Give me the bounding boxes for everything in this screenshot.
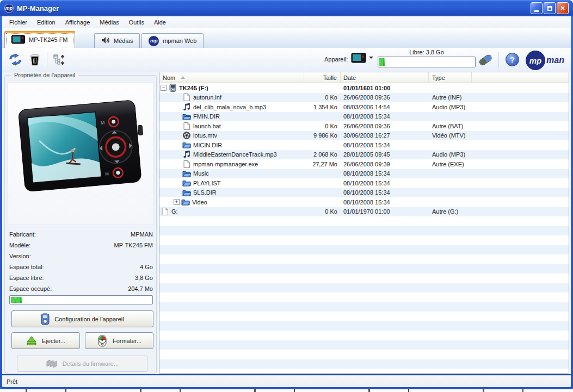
tab-label: mpman Web	[163, 38, 196, 44]
maximize-icon	[547, 6, 552, 11]
file-name: FMIN.DIR	[193, 113, 220, 120]
file-date: 08/10/2008 15:34	[341, 189, 429, 196]
table-row-empty	[159, 359, 569, 369]
free-space-fill	[379, 58, 385, 66]
table-row-music[interactable]: Music08/10/2008 15:34	[159, 169, 569, 179]
file-date: 01/01/1601 01:00	[341, 85, 429, 91]
mp-logo-icon: mp	[149, 36, 159, 46]
close-icon: ✕	[560, 5, 565, 12]
free-space-indicator: Libre: 3,8 Go	[378, 49, 476, 67]
firmware-details-button[interactable]: Details du firmware...	[17, 356, 147, 372]
tab-mpman-web[interactable]: mpmpman Web	[141, 33, 204, 48]
device-selector-dropdown[interactable]	[351, 52, 373, 63]
close-button[interactable]: ✕	[557, 2, 569, 14]
file-type: Audio (MP3)	[429, 104, 516, 110]
table-row-video[interactable]: +Video08/10/2008 15:34	[159, 197, 569, 207]
usage-bar	[9, 295, 153, 304]
expand-icon[interactable]: +	[174, 199, 180, 205]
column-header-date[interactable]: Date	[341, 72, 429, 83]
property-value: 4 Go	[140, 264, 153, 270]
column-name-label: Nom	[163, 74, 175, 81]
speaker-icon	[101, 36, 110, 46]
desktop-background-strip	[0, 389, 573, 392]
gauge-icon	[97, 335, 108, 347]
window-frame: mp MP-Manager ✕ FichierEditionAffichageM…	[0, 0, 573, 389]
table-row-tk245-f[interactable]: −TK245 (F:)01/01/1601 01:00	[159, 83, 569, 93]
delete-button[interactable]	[26, 51, 44, 69]
eject-button[interactable]: Ejecter...	[11, 332, 80, 349]
file-icon	[182, 94, 191, 101]
expand-tree-button[interactable]	[50, 51, 67, 69]
table-row-playlist[interactable]: PLAYLIST08/10/2008 15:34	[159, 178, 569, 188]
table-row-empty	[159, 312, 569, 321]
film-icon	[182, 132, 191, 139]
help-button[interactable]: ?	[506, 53, 519, 66]
file-name-cell: PLAYLIST	[159, 179, 304, 186]
table-row-mpman-mpmanager-exe[interactable]: mpman-mpmanager.exe27,27 Mo26/06/2008 09…	[159, 159, 569, 169]
device-photo-box: M M	[8, 83, 153, 225]
brand-man-text: man	[546, 55, 564, 65]
property-row-espace-occup: Espace occupé:204,7 Mo	[9, 283, 153, 294]
file-name-cell: mpman-mpmanager.exe	[159, 160, 304, 168]
menu-item-affichage[interactable]: Affichage	[60, 17, 95, 27]
device-properties-panel: Propriétés de l'appareil	[4, 75, 157, 374]
file-date: 01/01/1970 01:00	[341, 208, 429, 215]
format-clean-button[interactable]	[477, 51, 494, 69]
file-size: 9 986 Ko	[304, 132, 341, 139]
main-content: Propriétés de l'appareil	[2, 72, 571, 374]
configure-device-label: Configuration de l'appareil	[54, 316, 124, 322]
maximize-button[interactable]	[544, 2, 556, 14]
title-bar[interactable]: mp MP-Manager ✕	[0, 0, 573, 16]
file-type: Audio (MP3)	[429, 151, 516, 158]
file-type: Autre (G:)	[429, 208, 516, 215]
status-text: Prêt	[7, 378, 17, 385]
file-size: 2 068 Ko	[304, 151, 341, 158]
file-name: SLS.DIR	[193, 189, 217, 196]
table-row-autorun-inf[interactable]: autorun.inf0 Ko26/06/2008 09:36Autre (IN…	[159, 93, 569, 103]
column-header-name[interactable]: Nom	[159, 72, 304, 83]
table-row-g[interactable]: G:0 Ko01/01/1970 01:00Autre (G:)	[159, 207, 569, 217]
file-date: 26/06/2008 09:36	[341, 94, 429, 101]
table-row-empty	[159, 321, 569, 331]
file-icon	[182, 122, 191, 130]
table-row-sls-dir[interactable]: SLS.DIR08/10/2008 15:34	[159, 188, 569, 198]
table-row-middleeasterndancetrack-mp3[interactable]: MiddleEasternDanceTrack.mp32 068 Ko28/01…	[159, 150, 569, 160]
file-type: Autre (EXE)	[429, 161, 516, 167]
device-properties-list: Fabricant:MPMANModèle:MP-TK245 FMVersion…	[9, 229, 153, 294]
refresh-button[interactable]	[7, 51, 24, 69]
file-date: 30/06/2008 16:27	[341, 132, 429, 139]
collapse-icon[interactable]: −	[161, 85, 167, 91]
file-date: 08/10/2008 15:34	[341, 113, 429, 120]
menu-item-fichier[interactable]: Fichier	[4, 17, 32, 27]
device-icon	[168, 84, 177, 92]
menu-item-aide[interactable]: Aide	[149, 17, 171, 27]
property-row-fabricant: Fabricant:MPMAN	[9, 229, 153, 240]
column-type-label: Type	[432, 74, 445, 81]
file-name: MICIN.DIR	[193, 142, 222, 148]
table-row-empty	[159, 340, 569, 350]
table-row-empty	[159, 254, 569, 264]
table-row-micin-dir[interactable]: MICIN.DIR08/10/2008 15:34	[159, 140, 569, 150]
configure-device-button[interactable]: Configuration de l'appareil	[11, 310, 153, 327]
table-row-fmin-dir[interactable]: FMIN.DIR08/10/2008 15:34	[159, 112, 569, 122]
table-row-lotus-mtv[interactable]: lotus.mtv9 986 Ko30/06/2008 16:27Vidéo (…	[159, 131, 569, 141]
folder-icon	[182, 113, 191, 120]
menu-item-m-dias[interactable]: Médias	[95, 17, 124, 27]
tab-m-dias[interactable]: Médias	[94, 33, 140, 48]
column-header-size[interactable]: Taille	[304, 72, 341, 83]
format-button[interactable]: Formater...	[85, 332, 153, 349]
tab-mp-tk245-fm[interactable]: MP-TK245 FM	[4, 31, 75, 48]
table-row-launch-bat[interactable]: launch.bat0 Ko26/06/2008 09:36Autre (BAT…	[159, 121, 569, 131]
file-icon	[182, 160, 191, 168]
table-row-del-clib-mala-nova-b-mp3[interactable]: del_clib_mala_nova_b.mp31 354 Ko08/03/20…	[159, 102, 569, 112]
menu-item-outils[interactable]: Outils	[124, 17, 149, 27]
folder-icon	[182, 179, 191, 186]
minimize-button[interactable]	[531, 2, 543, 14]
file-name: launch.bat	[193, 123, 221, 129]
app-logo-icon: mp	[4, 4, 14, 13]
menu-item-edition[interactable]: Edition	[32, 17, 60, 27]
file-name: del_clib_mala_nova_b.mp3	[193, 104, 266, 110]
file-name-cell: MiddleEasternDanceTrack.mp3	[159, 151, 304, 158]
column-header-type[interactable]: Type	[429, 72, 472, 83]
status-bar: Prêt	[2, 375, 571, 387]
